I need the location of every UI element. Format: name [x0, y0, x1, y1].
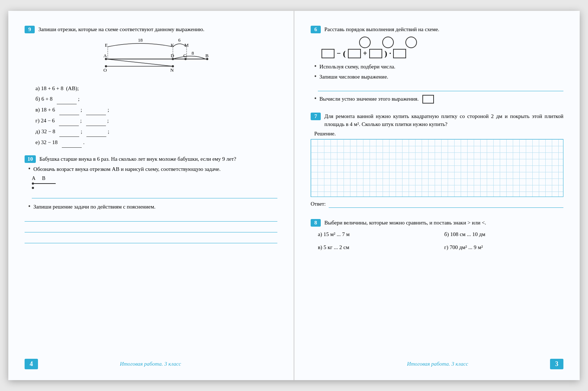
svg-text:K: K — [171, 42, 174, 48]
close-paren: ) — [384, 49, 387, 58]
right-footer: Итоговая работа. 3 класс 3 — [311, 355, 563, 369]
segment-ab-diagram: AB — [32, 176, 277, 198]
task-6-bullet3: • Вычисли устно значение этого выражения… — [314, 95, 563, 104]
write-expression — [318, 83, 563, 91]
task-6-text: Расставь порядок выполнения действий на … — [324, 25, 439, 34]
solution-label: Решение. — [314, 131, 563, 137]
answer-g: г) 24 − 6 ; ; — [35, 116, 277, 126]
rect-1 — [321, 49, 335, 58]
right-page-number: 3 — [550, 359, 563, 369]
task-7-text: Для ремонта ванной нужно купить квадратн… — [324, 112, 563, 129]
task-10-text: Бабушка старше внука в 6 раз. На сколько… — [39, 155, 236, 163]
task-9-text: Запиши отрезки, которые на схеме соответ… — [38, 25, 204, 34]
comp-a: а) 15 м² ... 7 м — [318, 229, 437, 240]
task-6-number: 6 — [311, 26, 321, 33]
svg-text:N: N — [170, 67, 174, 73]
svg-text:6: 6 — [178, 37, 180, 43]
point-b — [32, 187, 34, 189]
svg-text:A: A — [103, 53, 107, 58]
task-10: 10 Бабушка старше внука в 6 раз. На скол… — [25, 155, 277, 247]
answer-row: Ответ: — [311, 201, 563, 208]
comparison-grid: а) 15 м² ... 7 м б) 108 см ... 10 дм в) … — [318, 229, 563, 253]
task-6: 6 Расставь порядок выполнения действий н… — [311, 25, 563, 106]
open-paren: ( — [343, 49, 345, 58]
left-footer: 4 Итоговая работа. 3 класс — [25, 355, 277, 369]
rect-3 — [369, 49, 382, 58]
svg-text:18: 18 — [138, 37, 142, 43]
left-footer-title: Итоговая работа. 3 класс — [120, 361, 181, 367]
rect-2 — [348, 49, 361, 58]
svg-text:M: M — [184, 42, 189, 48]
task-8-text: Выбери величины, которые можно сравнить,… — [324, 219, 486, 227]
answer-d: д) 32 − 8 ; ; — [35, 127, 277, 137]
comp-g: г) 700 дм² ... 9 м² — [444, 242, 564, 253]
task-6-bullet2: • Запиши числовое выражение. — [314, 73, 563, 81]
rect-4 — [393, 49, 406, 58]
task-10-write-area — [25, 214, 277, 243]
task-6-bullet1: • Используя схему, подбери числа. — [314, 63, 563, 71]
task-9: 9 Запиши отрезки, которые на схеме соотв… — [25, 25, 277, 148]
answer-e: е) 32 − 18 . — [35, 138, 277, 148]
right-page: 6 Расставь порядок выполнения действий н… — [294, 11, 580, 380]
left-page-number: 4 — [25, 359, 38, 369]
svg-line-18 — [106, 59, 173, 66]
task-10-number: 10 — [25, 155, 36, 163]
minus-op: − — [337, 49, 341, 58]
task-9-diagram: 18 6 8 — [86, 37, 216, 80]
task-8-number: 8 — [311, 219, 321, 227]
task-7-number: 7 — [311, 113, 321, 120]
answer-v: в) 18 + 6 ; ; — [35, 105, 277, 115]
task-7: 7 Для ремонта ванной нужно купить квадра… — [311, 112, 563, 212]
circle-3 — [405, 37, 417, 48]
svg-text:E: E — [105, 42, 108, 48]
draw-area — [32, 190, 277, 198]
answer-b: б) 6 + 8 ; — [35, 94, 277, 104]
answer-a: а) 18 + 6 + 8 (АВ); — [35, 84, 277, 93]
answer-label: Ответ: — [311, 201, 326, 207]
comp-b: б) 108 см ... 10 дм — [444, 229, 564, 240]
svg-text:C: C — [183, 53, 187, 58]
circle-1 — [359, 37, 371, 48]
task-6-schema: − ( + ) · — [321, 37, 563, 58]
multiply-op: · — [389, 49, 391, 58]
answer-box — [422, 95, 434, 104]
solution-grid — [311, 139, 563, 197]
svg-text:O: O — [103, 67, 107, 73]
task-9-answers: а) 18 + 6 + 8 (АВ); б) 6 + 8 ; в) 18 + 6… — [35, 84, 277, 148]
segment-line — [34, 183, 56, 184]
task-9-number: 9 — [25, 26, 35, 33]
task-10-bullet2: • Запиши решение задачи по действиям с п… — [28, 203, 277, 211]
svg-text:B: B — [205, 53, 209, 58]
svg-text:8: 8 — [191, 50, 194, 56]
svg-text:D: D — [171, 53, 174, 58]
task-10-bullet1: • Обозначь возраст внука отрезком АВ и н… — [28, 165, 277, 173]
plus-op: + — [363, 49, 367, 58]
task-8: 8 Выбери величины, которые можно сравнит… — [311, 219, 563, 253]
comp-v: в) 5 кг ... 2 см — [318, 242, 437, 253]
right-footer-title: Итоговая работа. 3 класс — [407, 361, 468, 367]
circle-2 — [382, 37, 394, 48]
answer-blank — [329, 201, 563, 208]
